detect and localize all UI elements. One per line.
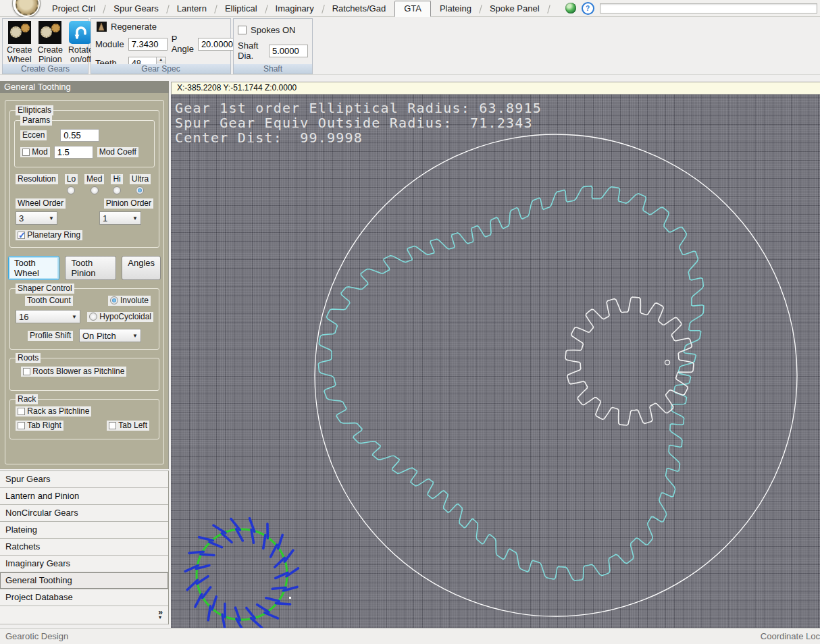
eccen-label: Eccen <box>20 130 47 140</box>
tab-plateing[interactable]: Plateing <box>431 1 480 16</box>
angles-button[interactable]: Angles <box>122 256 161 280</box>
roots-blower-checkbox[interactable] <box>23 368 30 375</box>
lantern-pin-mark <box>263 535 265 549</box>
canvas-overlay-text: Center Dist: 99.9998 <box>175 130 363 146</box>
tooth-count-select[interactable]: 16▼ <box>16 310 80 323</box>
tab-project-ctrl[interactable]: Project Ctrl <box>43 1 104 16</box>
ribbon-group-gear-spec: Regenerate Module 7.3430 P Angle 20.0000… <box>91 18 231 74</box>
tooth-wheel-button[interactable]: Tooth Wheel <box>8 256 59 280</box>
spokes-on-checkbox[interactable] <box>238 26 247 34</box>
tab-left-checkbox[interactable] <box>109 422 116 429</box>
params-group-label: Params <box>20 115 52 126</box>
accordion-item-general-toothing[interactable]: General Toothing <box>0 572 168 589</box>
involute-option[interactable]: Involute <box>108 296 151 306</box>
tab-right-label: Tab Right <box>27 421 61 430</box>
accordion-item-project-database[interactable]: Project Database <box>0 589 168 606</box>
tooth-count-label: Tooth Count <box>25 296 73 306</box>
accordion-item-noncircular-gears[interactable]: NonCircular Gears <box>0 505 168 522</box>
module-input[interactable]: 7.3430 <box>128 38 168 51</box>
resolution-ultra-radio[interactable] <box>136 186 144 194</box>
tab-spoke-panel[interactable]: Spoke Panel <box>481 1 548 16</box>
resolution-hi-label: Hi <box>111 174 122 184</box>
ribbon: Create Wheel Create Pinion Rotate on/off <box>0 17 820 75</box>
chevron-down-icon: ▼ <box>72 314 77 320</box>
rotate-arrow-icon <box>69 21 92 44</box>
hypocycloidal-radio[interactable] <box>89 313 97 321</box>
rack-group: Rack Rack as Pitchline Tab Right Tab Lef… <box>9 399 159 439</box>
accordion-item-spur-gears[interactable]: Spur Gears <box>0 471 168 488</box>
ellipticals-group: Ellipticals Params Eccen 0.55 Mod 1.5 Mo… <box>9 110 159 248</box>
web-globe-icon[interactable] <box>565 3 576 14</box>
status-bar: Gearotic Design Coordinate Loc <box>0 628 820 644</box>
app-menu-orb[interactable] <box>12 0 41 18</box>
wheel-order-value: 3 <box>19 213 24 223</box>
resolution-med-radio[interactable] <box>91 186 99 194</box>
profile-shift-select[interactable]: On Pitch▼ <box>79 329 141 342</box>
lantern-pin-mark <box>201 554 214 555</box>
lantern-pin-mark <box>272 587 286 589</box>
rotate-onoff-button[interactable]: Rotate on/off <box>68 21 93 64</box>
hypocycloidal-option[interactable]: HypoCycloidal <box>87 312 153 322</box>
rack-pitchline-option[interactable]: Rack as Pitchline <box>16 406 91 417</box>
tab-gta[interactable]: GTA <box>394 1 431 17</box>
ribbon-group-shaft: Spokes ON Shaft Dia. 5.0000 Shaft <box>233 18 313 74</box>
wheel-order-select[interactable]: 3▼ <box>16 211 57 225</box>
rack-pitchline-checkbox[interactable] <box>18 408 25 415</box>
tab-spur-gears[interactable]: Spur Gears <box>105 1 167 16</box>
canvas-overlay-text: Gear 1st order Elliptical Radius: 63.891… <box>175 100 542 116</box>
top-message-bar[interactable] <box>600 3 817 14</box>
lantern-pin-mark <box>209 542 222 547</box>
tab-left-option[interactable]: Tab Left <box>107 421 149 431</box>
pinion-order-select[interactable]: 1▼ <box>99 211 141 225</box>
lantern-pin-mark <box>212 597 216 610</box>
tab-right-checkbox[interactable] <box>18 422 25 429</box>
general-toothing-panel: Ellipticals Params Eccen 0.55 Mod 1.5 Mo… <box>0 93 169 469</box>
accordion-item-imaginary-gears[interactable]: Imaginary Gears <box>0 556 168 572</box>
help-icon[interactable]: ? <box>582 2 594 15</box>
lantern-pin-mark <box>199 537 213 541</box>
accordion-item-lantern-and-pinion[interactable]: Lantern and Pinion <box>0 488 168 505</box>
planetary-ring-checkbox[interactable] <box>18 232 25 239</box>
involute-radio[interactable] <box>110 296 118 304</box>
regenerate-button[interactable]: Regenerate <box>111 22 157 32</box>
chevron-down-icon[interactable]: ▾ <box>159 614 161 620</box>
mod-coeff-label: Mod Coeff <box>97 147 138 157</box>
spur-pinion-outline <box>565 297 694 425</box>
create-wheel-button[interactable]: Create Wheel <box>7 21 32 64</box>
eccen-input[interactable]: 0.55 <box>60 129 99 142</box>
roots-blower-option[interactable]: Roots Blower as Pitchline <box>21 367 126 377</box>
roots-group: Roots Roots Blower as Pitchline <box>9 358 159 391</box>
spokes-on-label: Spokes ON <box>251 25 295 35</box>
accordion-item-ratchets[interactable]: Ratchets <box>0 539 168 556</box>
gear-drawing-svg[interactable]: Gear 1st order Elliptical Radius: 63.891… <box>171 95 820 628</box>
mod-coeff-input[interactable]: 1.5 <box>54 146 93 159</box>
p-angle-input[interactable]: 20.0000 <box>198 38 237 51</box>
resolution-hi-radio[interactable] <box>113 186 121 194</box>
resolution-lo-radio[interactable] <box>67 186 75 194</box>
lantern-pin-mark <box>208 606 210 620</box>
create-pinion-button[interactable]: Create Pinion <box>38 21 63 64</box>
rack-pitchline-label: Rack as Pitchline <box>27 406 89 416</box>
accordion-item-plateing[interactable]: Plateing <box>0 522 168 539</box>
gearotic-app-window: Project Ctrl Spur Gears Lantern Elliptic… <box>0 0 820 644</box>
tab-elliptical[interactable]: Elliptical <box>216 1 266 16</box>
mod-checkbox[interactable] <box>22 149 30 156</box>
lantern-pin-mark <box>257 605 269 612</box>
shaft-dia-label: Shaft Dia. <box>238 41 265 61</box>
lantern-pin-mark <box>222 533 232 542</box>
tab-right-option[interactable]: Tab Right <box>16 421 63 431</box>
lantern-pin-mark <box>203 587 211 598</box>
shaft-hole-outline <box>665 360 670 365</box>
resolution-lo-label: Lo <box>65 174 78 184</box>
drawing-canvas[interactable]: Gear 1st order Elliptical Radius: 63.891… <box>171 95 820 628</box>
tooth-pinion-button[interactable]: Tooth Pinion <box>65 256 116 280</box>
shaft-dia-input[interactable]: 5.0000 <box>269 45 308 57</box>
profile-shift-value: On Pitch <box>82 331 116 341</box>
tab-lantern[interactable]: Lantern <box>168 1 215 16</box>
tab-imaginary[interactable]: Imaginary <box>267 1 323 16</box>
spin-up-icon[interactable]: ▲ <box>157 57 165 63</box>
ribbon-tabs: Project Ctrl Spur Gears Lantern Elliptic… <box>43 0 549 16</box>
resolution-ultra-label: Ultra <box>130 174 151 184</box>
chevron-down-icon: ▼ <box>132 333 138 339</box>
tab-ratchets-gad[interactable]: Ratchets/Gad <box>324 1 395 16</box>
